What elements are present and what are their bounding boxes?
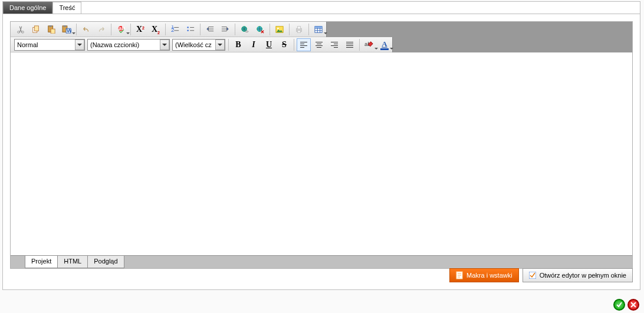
undo-icon <box>82 25 90 34</box>
expand-icon <box>529 272 536 279</box>
bullet-list-button[interactable] <box>183 23 198 36</box>
macros-button[interactable]: Makra i wstawki <box>449 268 519 282</box>
redo-button[interactable] <box>94 23 109 36</box>
outdent-button[interactable] <box>203 23 217 36</box>
editor-canvas[interactable] <box>11 52 632 255</box>
subscript-icon: X2 <box>152 25 160 34</box>
chevron-down-icon <box>390 48 393 50</box>
subscript-button[interactable]: X2 <box>149 23 163 36</box>
chevron-down-icon <box>126 32 130 34</box>
svg-point-1 <box>22 31 24 33</box>
separator <box>76 24 77 35</box>
superscript-button[interactable]: X2 <box>133 23 147 36</box>
image-icon <box>275 25 284 34</box>
undo-button[interactable] <box>79 23 93 36</box>
paste-button[interactable] <box>44 23 58 36</box>
view-tab-podglad[interactable]: Podgląd <box>87 256 124 268</box>
strikethrough-button[interactable]: S <box>277 38 291 51</box>
print-icon <box>295 25 303 34</box>
document-icon <box>456 271 463 279</box>
superscript-icon: X2 <box>136 25 144 34</box>
tab-tresc[interactable]: Treść <box>52 2 81 14</box>
svg-rect-29 <box>529 272 536 279</box>
redo-icon <box>97 25 106 34</box>
toolbar-row-2: Normal (Nazwa czcionki) (Wielkość cz B I… <box>11 37 632 52</box>
font-color-icon: A <box>380 39 389 50</box>
view-tab-html[interactable]: HTML <box>57 256 88 268</box>
spellcheck-icon: ab <box>116 25 126 34</box>
separator <box>200 24 201 35</box>
paragraph-style-value: Normal <box>15 41 75 48</box>
globe-link-icon <box>241 25 249 34</box>
font-size-value: (Wielkość cz <box>173 41 215 48</box>
underline-button[interactable]: U <box>262 38 276 51</box>
tab-dane-ogolne[interactable]: Dane ogólne <box>3 2 52 14</box>
editor-view-tabs: Projekt HTML Podgląd <box>11 255 632 268</box>
highlighter-icon: ab <box>364 41 374 49</box>
highlight-color-button[interactable]: ab <box>362 38 376 51</box>
indent-button[interactable] <box>218 23 232 36</box>
view-tab-projekt[interactable]: Projekt <box>25 256 58 268</box>
separator <box>308 24 309 35</box>
toolbar-tail <box>392 37 632 52</box>
table-icon <box>314 25 323 34</box>
bullet-list-icon <box>186 25 195 34</box>
open-fullscreen-label: Otwórz edytor w pełnym oknie <box>540 272 626 279</box>
paste-word-button[interactable]: W <box>60 23 74 36</box>
svg-text:W: W <box>67 27 71 34</box>
align-justify-button[interactable] <box>343 38 357 51</box>
separator <box>165 24 166 35</box>
align-center-button[interactable] <box>312 38 326 51</box>
italic-button[interactable]: I <box>247 38 261 51</box>
spellcheck-button[interactable]: ab <box>114 23 128 36</box>
chevron-down-icon <box>72 32 75 34</box>
separator <box>270 24 270 35</box>
numbered-list-button[interactable]: 12 <box>168 23 182 36</box>
svg-rect-26 <box>315 26 322 28</box>
editor: W ab X2 X <box>10 21 633 269</box>
copy-button[interactable] <box>29 23 43 36</box>
font-size-select[interactable]: (Wielkość cz <box>172 39 225 51</box>
svg-point-18 <box>245 31 248 32</box>
toolbar-tail <box>326 22 632 37</box>
confirm-button[interactable] <box>613 299 625 311</box>
svg-rect-5 <box>50 25 52 27</box>
svg-rect-6 <box>51 29 55 34</box>
separator <box>228 39 229 51</box>
hyperlink-button[interactable] <box>238 23 252 36</box>
globe-unlink-icon <box>256 25 264 34</box>
clipboard-paste-icon <box>47 25 55 34</box>
font-color-button[interactable]: A <box>377 38 392 51</box>
svg-rect-8 <box>64 25 66 27</box>
bold-button[interactable]: B <box>231 38 245 51</box>
chevron-down-icon <box>215 39 225 50</box>
scissors-icon <box>17 25 25 34</box>
align-right-button[interactable] <box>327 38 341 51</box>
font-family-select[interactable]: (Nazwa czcionki) <box>87 39 170 51</box>
svg-rect-3 <box>34 25 38 31</box>
chevron-down-icon <box>75 39 84 50</box>
svg-point-16 <box>187 29 189 31</box>
align-left-button[interactable] <box>297 38 311 51</box>
close-icon <box>630 301 637 308</box>
insert-image-button[interactable] <box>272 23 287 36</box>
print-button[interactable] <box>292 23 306 36</box>
separator <box>294 39 294 51</box>
cancel-button[interactable] <box>627 299 639 311</box>
macros-label: Makra i wstawki <box>466 272 512 279</box>
outdent-icon <box>206 25 214 34</box>
open-fullscreen-button[interactable]: Otwórz edytor w pełnym oknie <box>523 268 633 282</box>
svg-point-15 <box>187 27 189 28</box>
bold-icon: B <box>235 40 241 50</box>
main-frame: Dane ogólne Treść W <box>2 1 640 290</box>
cut-button[interactable] <box>14 23 28 36</box>
paragraph-style-select[interactable]: Normal <box>14 39 85 51</box>
indent-icon <box>221 25 229 34</box>
clipboard-word-icon: W <box>62 25 71 34</box>
numbered-list-icon: 12 <box>171 25 179 34</box>
table-button[interactable] <box>311 23 326 36</box>
top-tab-bar: Dane ogólne Treść <box>3 2 640 14</box>
remove-link-button[interactable] <box>253 23 267 36</box>
dialog-action-icons <box>613 299 639 311</box>
tab-content: W ab X2 X <box>3 14 640 289</box>
